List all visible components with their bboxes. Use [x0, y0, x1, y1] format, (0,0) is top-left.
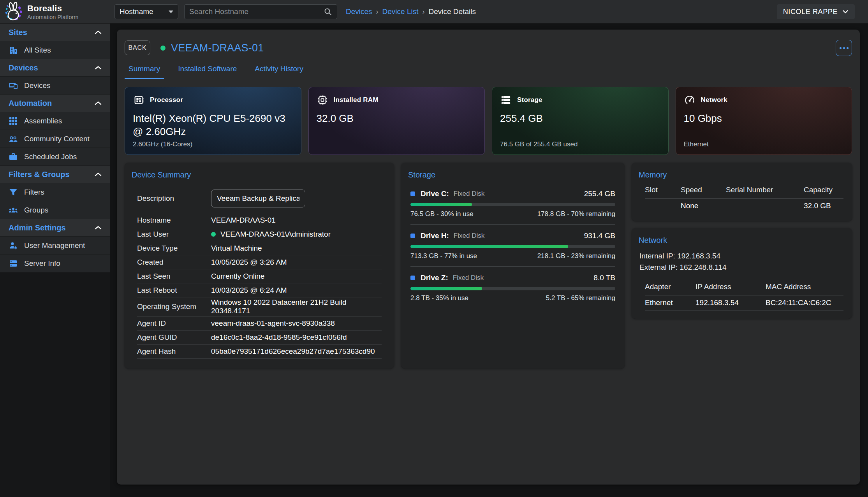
memory-table-header: Slot Speed Serial Number Capacity	[645, 186, 843, 198]
external-ip: External IP: 162.248.8.114	[639, 262, 845, 273]
drive-remaining-label: 218.1 GB - 23% remaining	[537, 252, 615, 260]
breadcrumb-separator: ›	[376, 8, 379, 16]
drive-size: 8.0 TB	[593, 274, 615, 282]
device-summary-panel: Device Summary Description Hostname VEEA…	[125, 163, 394, 369]
processor-value: Intel(R) Xeon(R) CPU E5-2690 v3 @ 2.60GH…	[133, 112, 293, 139]
devices-icon	[9, 81, 18, 90]
card-title: Storage	[517, 96, 542, 104]
user-name: NICOLE RAPPE	[783, 8, 838, 16]
drive-usage-bar	[410, 245, 615, 248]
drive-usage-fill	[410, 203, 472, 206]
row-value: Currently Online	[211, 272, 382, 281]
sidebar-section-admin-settings[interactable]: Admin Settings	[0, 219, 110, 236]
installed-ram-card: Installed RAM 32.0 GB	[308, 87, 485, 155]
section-label: Sites	[9, 28, 27, 37]
chevron-up-icon	[95, 172, 102, 177]
memory-speed: None	[681, 202, 726, 210]
summary-row-operating-system: Operating System Windows 10 2022 Datacen…	[137, 297, 382, 316]
brand-name: Borealis	[27, 4, 78, 14]
row-label: Device Type	[137, 244, 211, 253]
memory-row: None 32.0 GB	[645, 198, 843, 213]
page-title: VEEAM-DRAAS-01	[171, 42, 264, 54]
funnel-icon	[9, 188, 18, 197]
caret-down-icon	[169, 11, 173, 13]
memory-capacity: 32.0 GB	[804, 202, 843, 210]
sidebar-section-devices[interactable]: Devices	[0, 59, 110, 76]
sidebar-item-all-sites[interactable]: All Sites	[0, 41, 110, 59]
tab-summary[interactable]: Summary	[125, 62, 164, 79]
col-header-capacity: Capacity	[804, 186, 843, 194]
sidebar-item-scheduled-jobs[interactable]: Scheduled Jobs	[0, 148, 110, 165]
drive-bullet-icon	[410, 234, 415, 238]
search-input[interactable]	[189, 7, 324, 16]
col-header-slot: Slot	[645, 186, 681, 194]
tab-activity-history[interactable]: Activity History	[251, 62, 307, 79]
drive-remaining-label: 178.8 GB - 70% remaining	[537, 210, 615, 218]
row-label: Created	[137, 258, 211, 267]
right-column: Memory Slot Speed Serial Number Capacity…	[632, 163, 852, 319]
device-tabs: Summary Installed Software Activity Hist…	[125, 62, 852, 79]
breadcrumb-device-list[interactable]: Device List	[382, 7, 419, 16]
adapter-name: Ethernet	[645, 299, 695, 307]
summary-row-agent-guid: Agent GUID de16c0c1-8aa2-4d18-9585-9ce91…	[137, 330, 382, 344]
internal-ip: Internal IP: 192.168.3.54	[639, 250, 845, 262]
section-label: Filters & Groups	[9, 170, 70, 179]
row-label: Last User	[137, 230, 211, 239]
back-button[interactable]: BACK	[125, 40, 150, 55]
row-value: 05ba0e7935171d626ecea29b27d7ae175363cd90	[211, 347, 382, 356]
user-menu-button[interactable]: NICOLE RAPPE	[777, 4, 855, 19]
brand: Borealis Automation Platform	[0, 0, 110, 23]
hostname-filter-select[interactable]: Hostname	[114, 4, 178, 19]
sidebar-item-server-info[interactable]: Server Info	[0, 254, 110, 272]
panel-title: Network	[639, 236, 845, 245]
network-table-header: Adapter IP Address MAC Address	[645, 283, 843, 295]
ram-value: 32.0 GB	[317, 112, 477, 125]
drive-remaining-label: 5.2 TB - 65% remaining	[546, 294, 615, 302]
sidebar-empty-area	[0, 272, 110, 497]
card-title: Installed RAM	[334, 96, 379, 104]
sidebar-item-community-content[interactable]: Community Content	[0, 130, 110, 148]
sidebar-item-user-management[interactable]: User Management	[0, 236, 110, 254]
drive-usage-fill	[410, 287, 482, 290]
more-actions-button[interactable]	[836, 40, 852, 56]
drive-list: Drive C: Fixed Disk 255.4 GB 76.5 GB - 3…	[410, 186, 615, 303]
grid-icon	[9, 116, 18, 126]
ram-chip-icon	[317, 94, 328, 106]
breadcrumb: Devices › Device List › Device Details	[346, 7, 476, 16]
col-header-adapter: Adapter	[645, 283, 695, 291]
sidebar-section-automation[interactable]: Automation	[0, 94, 110, 112]
col-header-serial: Serial Number	[726, 186, 804, 194]
panel-title: Memory	[639, 170, 845, 179]
row-label: Operating System	[137, 302, 211, 311]
drive-used-label: 76.5 GB - 30% in use	[410, 210, 474, 218]
network-panel: Network Internal IP: 192.168.3.54 Extern…	[632, 228, 852, 319]
sidebar-item-assemblies[interactable]: Assemblies	[0, 112, 110, 130]
description-input[interactable]	[211, 190, 305, 207]
sidebar-item-label: Server Info	[24, 259, 60, 268]
briefcase-icon	[9, 152, 18, 162]
drive-type: Fixed Disk	[454, 190, 484, 198]
breadcrumb-devices[interactable]: Devices	[346, 7, 372, 16]
summary-row-agent-id: Agent ID veeam-draas-01-agent-svc-8930a3…	[137, 316, 382, 330]
network-card: Network 10 Gbps Ethernet	[676, 87, 852, 155]
sidebar-item-filters[interactable]: Filters	[0, 183, 110, 201]
col-header-speed: Speed	[681, 186, 726, 194]
sidebar-item-devices[interactable]: Devices	[0, 76, 110, 94]
tab-installed-software[interactable]: Installed Software	[174, 62, 241, 79]
drive-name: Drive C:	[421, 190, 449, 198]
row-value: veeam-draas-01-agent-svc-8930a338	[211, 319, 382, 328]
sidebar-section-filters-groups[interactable]: Filters & Groups	[0, 165, 110, 183]
chevron-up-icon	[95, 65, 102, 70]
breadcrumb-current: Device Details	[429, 7, 476, 16]
summary-row-created: Created 10/05/2025 @ 3:26 AM	[137, 255, 382, 269]
building-icon	[9, 46, 18, 55]
online-status-dot	[211, 232, 216, 237]
summary-row-hostname: Hostname VEEAM-DRAAS-01	[137, 213, 382, 227]
storage-value: 255.4 GB	[500, 112, 660, 125]
sidebar-section-sites[interactable]: Sites	[0, 23, 110, 41]
app-root: Borealis Automation Platform Sites All S…	[0, 0, 868, 497]
drive-size: 255.4 GB	[584, 190, 615, 198]
section-label: Admin Settings	[9, 223, 66, 232]
panel-title: Device Summary	[132, 170, 387, 179]
sidebar-item-groups[interactable]: Groups	[0, 201, 110, 219]
